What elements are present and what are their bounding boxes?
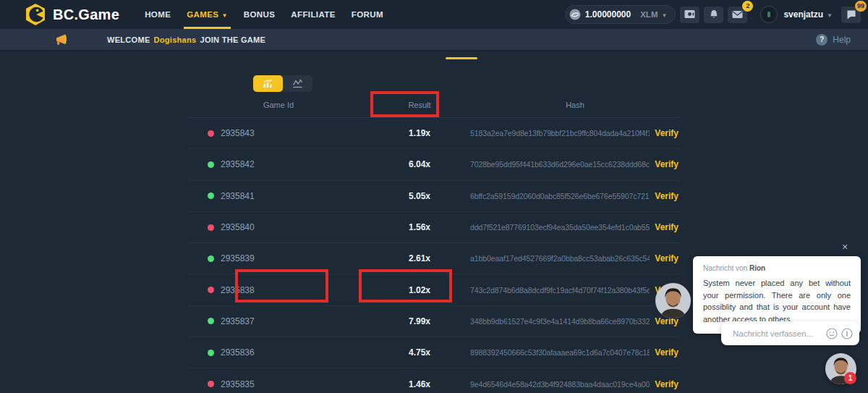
win-dot-icon [208,318,214,324]
hash-cell: 7028be95dd95f441b633d6d296e0ae15cc6238dd… [470,159,680,169]
chat-message-label: Nachricht von Rion [703,264,851,272]
announcement-prefix: WELCOME [107,35,150,44]
game-id-value: 2935843 [221,128,255,138]
chat-bubble-icon [846,9,856,20]
column-header-hash: Hash [470,101,680,109]
verify-link[interactable]: Verify [655,159,678,169]
nav-item-label: AFFILIATE [291,10,336,19]
hash-cell: 9e4d6546d4e58a42d3b4f924883baa4daac019ce… [470,379,680,389]
hash-value: ddd7f521e87769103ecf94ea35da50ee354efd1c… [470,223,650,232]
table-row: 29358392.61xa1bb0eaaf17ed4527669f2a0bba8… [188,243,680,274]
bcgame-logo[interactable]: BC.Game [25,4,119,25]
loss-dot-icon [208,224,214,231]
announcement-suffix: JOIN THE GAME [200,35,265,44]
notifications-button[interactable] [704,7,723,23]
question-mark-icon: ? [816,34,827,46]
help-button[interactable]: ? Help [816,34,851,46]
trend-view-button[interactable] [283,75,312,92]
bar-chart-icon [263,79,273,88]
attach-icon[interactable] [841,328,853,339]
verify-link[interactable]: Verify [655,128,678,138]
verify-link[interactable]: Verify [655,222,678,232]
user-menu[interactable]: svenjatzu ▼ [760,6,833,23]
table-row: 29358401.56xddd7f521e87769103ecf94ea35da… [188,212,680,243]
bell-icon [709,9,719,20]
game-id-cell[interactable]: 2935836 [188,347,369,358]
game-id-cell[interactable]: 2935835 [188,379,369,389]
mail-badge: 2 [742,1,753,12]
envelope-icon [732,10,743,19]
verify-link[interactable]: Verify [655,191,678,201]
hash-cell: 6bffc2a59159d2060d0abc85f526e6be676e5590… [470,191,680,201]
game-id-value: 2935839 [221,253,255,263]
table-row: 29358431.19x5183a2ea7e9d8e13fb79bbf21bc9… [188,118,680,149]
logo-text: BC.Game [53,7,119,23]
nav-item-label: GAMES [187,10,218,19]
hash-cell: 5183a2ea7e9d8e13fb79bbf21bc9ffc804dada4a… [470,128,680,138]
game-id-cell[interactable]: 2935839 [188,253,369,263]
hash-cell: 348bb9db61527e4c9f3e4a1414d9b8ba66ce8970… [470,316,680,326]
nav-item-label: BONUS [244,10,276,19]
table-body: 29358431.19x5183a2ea7e9d8e13fb79bbf21bc9… [188,118,680,393]
result-value: 7.99x [369,316,470,326]
messages-button[interactable]: 2 [728,7,747,23]
chat-unread-badge: 1 [844,372,856,384]
loss-dot-icon [208,287,214,293]
chevron-down-icon: ▼ [827,12,833,19]
nav-item-games[interactable]: GAMES▼ [179,0,236,29]
game-history-table: Game Id Result Hash 29358431.19x5183a2ea… [188,92,680,393]
loss-dot-icon [208,381,214,387]
table-row: 29358415.05x6bffc2a59159d2060d0abc85f526… [188,181,680,212]
header-right-controls: 1.00000000 XLM ▼ [565,5,861,24]
balance-currency: XLM [640,10,658,19]
result-value: 1.46x [369,379,470,389]
game-id-value: 2935840 [221,222,255,232]
chat-toggle-button[interactable]: 99 [841,7,861,23]
nav-item-home[interactable]: HOME [137,0,179,29]
game-id-cell[interactable]: 2935841 [188,191,369,201]
game-id-value: 2935835 [221,379,255,389]
wallet-balance[interactable]: 1.00000000 XLM ▼ [565,5,676,24]
help-label: Help [833,35,851,45]
announcement-text[interactable]: WELCOMEDogishansJOIN THE GAME [107,35,265,44]
nav-item-label: HOME [145,10,171,19]
result-value: 1.19x [369,128,470,138]
game-id-value: 2935841 [221,191,255,201]
username: svenjatzu [783,9,823,20]
chat-input[interactable]: Nachricht verfassen... [721,321,859,345]
game-id-cell[interactable]: 2935838 [188,285,369,295]
game-id-value: 2935837 [221,316,255,326]
result-value: 2.61x [369,253,470,263]
list-view-button[interactable] [253,75,283,92]
view-toggle [253,75,312,92]
table-row: 29358377.99x348bb9db61527e4c9f3e4a1414d9… [188,306,680,337]
nav-item-affiliate[interactable]: AFFILIATE [283,0,344,29]
table-row: 29358426.04x7028be95dd95f441b633d6d296e0… [188,149,680,180]
result-value: 5.05x [369,191,470,201]
tab-indicator-line [446,57,477,59]
verify-link[interactable]: Verify [655,253,678,263]
game-id-cell[interactable]: 2935842 [188,159,369,169]
verify-link[interactable]: Verify [655,347,678,358]
win-dot-icon [208,161,214,168]
game-id-cell[interactable]: 2935843 [188,128,369,138]
hash-value: 743c2d874b6d8a8dcdf9fc19acf4d70f74f12a38… [470,286,650,295]
nav-item-label: FORUM [352,10,383,19]
vault-button[interactable] [680,7,699,23]
hash-value: 8988392450666c53f30afaaaea69c1d6a7c0407e… [470,348,650,357]
nav-item-bonus[interactable]: BONUS [236,0,284,29]
win-dot-icon [208,350,214,356]
result-value: 6.04x [369,159,470,169]
main-nav: HOMEGAMES▼BONUSAFFILIATEFORUM [137,0,391,29]
nav-item-forum[interactable]: FORUM [344,0,391,29]
game-id-value: 2935842 [221,159,255,169]
announcement-username: Dogishans [154,35,197,44]
game-id-cell[interactable]: 2935840 [188,222,369,232]
chat-close-icon[interactable]: × [842,242,848,252]
emoji-icon[interactable] [826,328,838,339]
verify-link[interactable]: Verify [655,379,678,389]
game-id-cell[interactable]: 2935837 [188,316,369,326]
win-dot-icon [208,255,214,262]
chat-input-placeholder: Nachricht verfassen... [733,329,822,338]
table-row: 29358351.46x9e4d6546d4e58a42d3b4f924883b… [188,368,680,393]
